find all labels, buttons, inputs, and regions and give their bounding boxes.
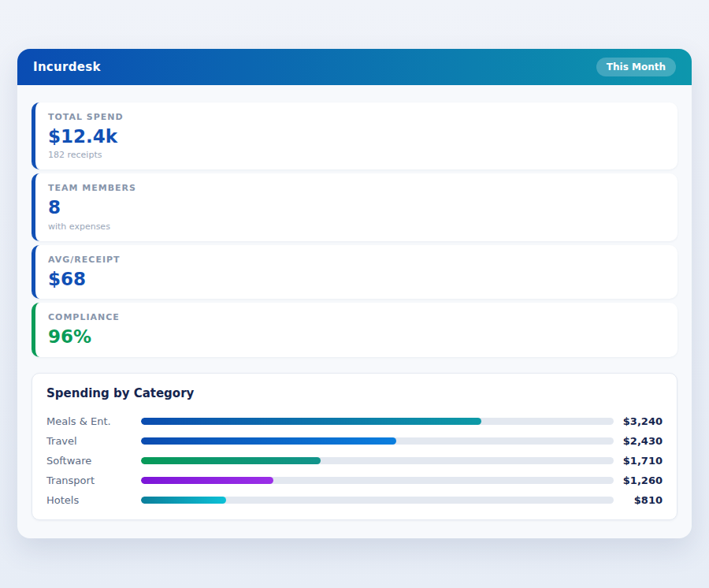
app-header: Incurdesk This Month — [17, 49, 692, 85]
stat-card-compliance: COMPLIANCE 96% — [32, 303, 677, 356]
bar-value: $2,430 — [614, 435, 663, 447]
category-label: Travel — [46, 435, 141, 447]
bar-value: $810 — [614, 494, 663, 506]
stat-sub: 182 receipts — [48, 150, 665, 160]
chart-row-software: Software $1,710 — [46, 451, 663, 471]
category-label: Transport — [46, 474, 141, 486]
category-label: Hotels — [46, 494, 141, 506]
app-title: Incurdesk — [33, 60, 101, 74]
bar-value: $1,260 — [614, 474, 663, 486]
chart-row-meals: Meals & Ent. $3,240 — [46, 411, 663, 431]
stat-value: $12.4k — [48, 126, 665, 147]
stat-label: TEAM MEMBERS — [48, 183, 665, 193]
chart-row-transport: Transport $1,260 — [46, 471, 663, 490]
chart-row-hotels: Hotels $810 — [46, 490, 663, 510]
stat-value: 8 — [48, 197, 665, 218]
bar-fill-transport — [141, 477, 273, 484]
category-label: Software — [46, 455, 141, 467]
bar-fill-meals — [141, 418, 481, 425]
bar-fill-software — [141, 457, 321, 464]
bar-value: $1,710 — [614, 455, 663, 467]
stat-card-total-spend: TOTAL SPEND $12.4k 182 receipts — [32, 102, 677, 169]
bar-track — [141, 497, 614, 504]
stat-card-avg-receipt: AVG/RECEIPT $68 — [32, 245, 677, 299]
stat-label: TOTAL SPEND — [48, 112, 665, 122]
spending-chart-card: Spending by Category Meals & Ent. $3,240… — [32, 373, 677, 520]
chart-title: Spending by Category — [46, 386, 663, 400]
period-badge[interactable]: This Month — [596, 58, 676, 76]
stat-label: AVG/RECEIPT — [48, 255, 665, 265]
category-label: Meals & Ent. — [46, 415, 141, 427]
stat-card-team-members: TEAM MEMBERS 8 with expenses — [32, 173, 677, 240]
stat-label: COMPLIANCE — [48, 312, 665, 322]
stat-sub: with expenses — [48, 221, 665, 232]
bar-fill-hotels — [141, 497, 226, 504]
bar-fill-travel — [141, 437, 396, 445]
app-window: Incurdesk This Month TOTAL SPEND $12.4k … — [17, 49, 692, 538]
bar-track — [141, 457, 614, 464]
bar-track — [141, 437, 614, 445]
chart-row-travel: Travel $2,430 — [46, 431, 663, 451]
bar-track — [141, 477, 614, 484]
dashboard-content: TOTAL SPEND $12.4k 182 receipts TEAM MEM… — [17, 85, 692, 538]
stat-value: $68 — [48, 269, 665, 289]
stat-value: 96% — [48, 326, 665, 347]
bar-value: $3,240 — [614, 415, 663, 427]
bar-track — [141, 418, 614, 425]
